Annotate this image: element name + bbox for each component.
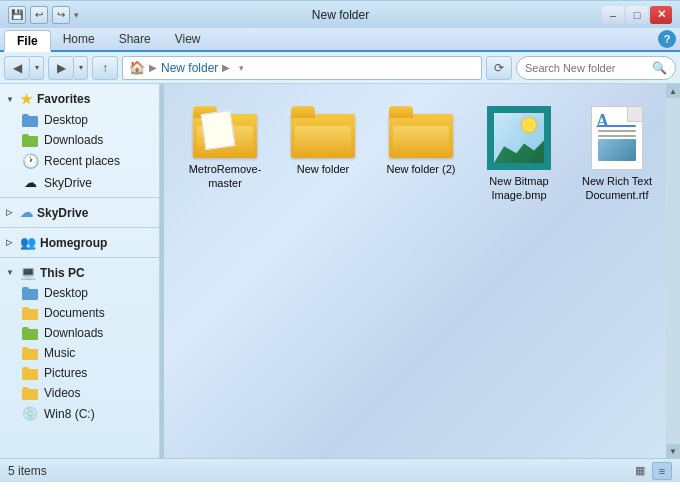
file-label-bitmap: New Bitmap Image.bmp <box>480 174 558 203</box>
view-grid-button[interactable]: ▦ <box>630 462 650 480</box>
sidebar-item-documents-pc[interactable]: Documents <box>0 303 159 323</box>
file-grid: MetroRemove-master New folder New folder… <box>164 84 680 225</box>
file-area: MetroRemove-master New folder New folder… <box>164 84 680 458</box>
sidebar-item-skydrive-fav[interactable]: ☁ SkyDrive <box>0 172 159 193</box>
address-path[interactable]: 🏠 ▶ New folder ▶ ▾ <box>122 56 482 80</box>
tab-view[interactable]: View <box>163 28 213 50</box>
up-button[interactable]: ↑ <box>92 56 118 80</box>
file-item-rtf[interactable]: A New Rich Text Document.rtf <box>572 100 662 209</box>
skydrive-expand-icon: ▷ <box>6 208 16 217</box>
refresh-button[interactable]: ⟳ <box>486 56 512 80</box>
skydrive-label: SkyDrive <box>37 206 88 220</box>
path-home-icon: 🏠 <box>129 60 145 75</box>
file-item-bitmap[interactable]: New Bitmap Image.bmp <box>474 100 564 209</box>
divider-1 <box>0 197 159 198</box>
homegroup-group: ▷ 👥 Homegroup <box>0 232 159 253</box>
list-view-icon: ≡ <box>659 465 665 477</box>
forward-dropdown[interactable]: ▾ <box>74 56 88 80</box>
favorites-header[interactable]: ▼ ★ Favorites <box>0 88 159 110</box>
favorites-expand-icon: ▼ <box>6 95 16 104</box>
folder-shine-2 <box>295 126 351 154</box>
window-controls: – □ ✕ <box>602 6 672 24</box>
grid-view-icon: ▦ <box>635 464 645 477</box>
file-label-newfolder1: New folder <box>297 162 350 176</box>
sidebar-item-recent[interactable]: 🕐 Recent places <box>0 150 159 172</box>
bmp-mountain <box>494 135 544 163</box>
homegroup-header[interactable]: ▷ 👥 Homegroup <box>0 232 159 253</box>
sidebar-item-pictures[interactable]: Pictures <box>0 363 159 383</box>
file-item-metroremove[interactable]: MetroRemove-master <box>180 100 270 209</box>
sidebar-item-music[interactable]: Music <box>0 343 159 363</box>
sidebar-item-desktop-fav[interactable]: Desktop <box>0 110 159 130</box>
folder-icon-metroremove <box>193 106 257 158</box>
downloads-pc-icon <box>22 327 38 340</box>
file-label-rtf: New Rich Text Document.rtf <box>578 174 656 203</box>
file-item-newfolder1[interactable]: New folder <box>278 100 368 209</box>
close-button[interactable]: ✕ <box>650 6 672 24</box>
main-area: ▼ ★ Favorites Desktop Downloads 🕐 Recent… <box>0 84 680 458</box>
maximize-button[interactable]: □ <box>626 6 648 24</box>
divider-2 <box>0 227 159 228</box>
search-icon[interactable]: 🔍 <box>652 61 667 75</box>
redo-tb-btn[interactable]: ↪ <box>52 6 70 24</box>
sidebar-item-downloads-pc[interactable]: Downloads <box>0 323 159 343</box>
videos-icon <box>22 387 38 400</box>
back-dropdown[interactable]: ▾ <box>30 56 44 80</box>
doc-lines <box>598 125 636 140</box>
sidebar-item-videos[interactable]: Videos <box>0 383 159 403</box>
search-box: 🔍 <box>516 56 676 80</box>
help-button[interactable]: ? <box>658 30 676 48</box>
skydrive-group: ▷ ☁ SkyDrive <box>0 202 159 223</box>
save-tb-btn[interactable]: 💾 <box>8 6 26 24</box>
minimize-button[interactable]: – <box>602 6 624 24</box>
folder-shine-3 <box>393 126 449 154</box>
pictures-label: Pictures <box>44 366 87 380</box>
divider-3 <box>0 257 159 258</box>
view-buttons: ▦ ≡ <box>630 462 672 480</box>
thispc-header[interactable]: ▼ 💻 This PC <box>0 262 159 283</box>
sidebar-item-desktop-pc[interactable]: Desktop <box>0 283 159 303</box>
view-list-button[interactable]: ≡ <box>652 462 672 480</box>
search-input[interactable] <box>525 62 648 74</box>
skydrive-header[interactable]: ▷ ☁ SkyDrive <box>0 202 159 223</box>
ribbon-tabs: File Home Share View ? <box>0 28 680 52</box>
favorites-star-icon: ★ <box>20 91 33 107</box>
title-bar-left: 💾 ↩ ↪ ▾ <box>8 6 79 24</box>
drive-icon: 💿 <box>22 406 38 421</box>
pictures-icon <box>22 367 38 380</box>
thispc-icon: 💻 <box>20 265 36 280</box>
address-bar: ◀ ▾ ▶ ▾ ↑ 🏠 ▶ New folder ▶ ▾ ⟳ 🔍 <box>0 52 680 84</box>
path-segment-newfolder[interactable]: New folder <box>161 61 218 75</box>
drive-label: Win8 (C:) <box>44 407 95 421</box>
homegroup-icon: 👥 <box>20 235 36 250</box>
skydrive-fav-icon: ☁ <box>22 175 38 190</box>
tab-share[interactable]: Share <box>107 28 163 50</box>
desktop-fav-icon <box>22 114 38 127</box>
sidebar-item-drive[interactable]: 💿 Win8 (C:) <box>0 403 159 424</box>
path-dropdown[interactable]: ▾ <box>234 63 248 73</box>
scroll-down-button[interactable]: ▼ <box>666 444 680 458</box>
document-icon-rtf: A <box>591 106 643 170</box>
doc-image <box>598 139 636 161</box>
path-separator: ▶ <box>149 62 157 73</box>
music-icon <box>22 347 38 360</box>
skydrive-fav-label: SkyDrive <box>44 176 92 190</box>
tab-home[interactable]: Home <box>51 28 107 50</box>
desktop-fav-label: Desktop <box>44 113 88 127</box>
bmp-inner <box>494 113 544 163</box>
folder-icon-newfolder1 <box>291 106 355 158</box>
videos-label: Videos <box>44 386 80 400</box>
undo-tb-btn[interactable]: ↩ <box>30 6 48 24</box>
sidebar-item-downloads-fav[interactable]: Downloads <box>0 130 159 150</box>
status-bar: 5 items ▦ ≡ <box>0 458 680 482</box>
doc-line-1 <box>598 125 636 127</box>
favorites-group: ▼ ★ Favorites Desktop Downloads 🕐 Recent… <box>0 88 159 193</box>
bmp-sun <box>522 118 536 132</box>
tab-file[interactable]: File <box>4 30 51 52</box>
skydrive-icon: ☁ <box>20 205 33 220</box>
back-button[interactable]: ◀ <box>4 56 30 80</box>
path-end-arrow: ▶ <box>222 62 230 73</box>
forward-button[interactable]: ▶ <box>48 56 74 80</box>
homegroup-expand-icon: ▷ <box>6 238 16 247</box>
file-item-newfolder2[interactable]: New folder (2) <box>376 100 466 209</box>
